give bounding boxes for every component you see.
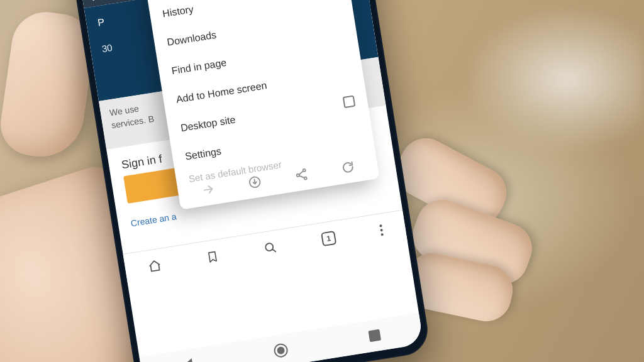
download-icon[interactable] xyxy=(247,174,262,190)
menu-label: Settings xyxy=(184,146,222,163)
menu-label: Downloads xyxy=(166,30,217,48)
menu-label: Find in page xyxy=(171,57,228,77)
tab-count: 1 xyxy=(326,234,331,243)
nav-recents-button[interactable] xyxy=(369,329,382,343)
reload-icon[interactable] xyxy=(340,160,355,175)
search-icon[interactable] xyxy=(262,239,278,255)
create-account-link[interactable]: Create an a xyxy=(130,211,177,228)
bookmark-icon[interactable] xyxy=(205,249,219,265)
menu-label: Desktop site xyxy=(180,114,236,134)
nav-home-button[interactable] xyxy=(273,343,289,358)
svg-point-5 xyxy=(265,243,274,251)
menu-label: History xyxy=(162,4,194,20)
svg-point-4 xyxy=(304,177,307,180)
forward-icon[interactable] xyxy=(200,182,216,197)
location-pin-icon xyxy=(88,0,98,2)
nav-back-button[interactable] xyxy=(182,358,194,362)
home-icon[interactable] xyxy=(147,258,162,273)
overflow-menu-button[interactable] xyxy=(379,224,384,236)
share-icon[interactable] xyxy=(293,167,309,183)
desktop-site-checkbox[interactable] xyxy=(343,96,356,109)
tab-switcher-button[interactable]: 1 xyxy=(321,230,336,246)
signin-text: Sign in f xyxy=(121,153,163,172)
browser-overflow-menu: Bookmarks Recent tabs History Downloads … xyxy=(139,0,379,210)
